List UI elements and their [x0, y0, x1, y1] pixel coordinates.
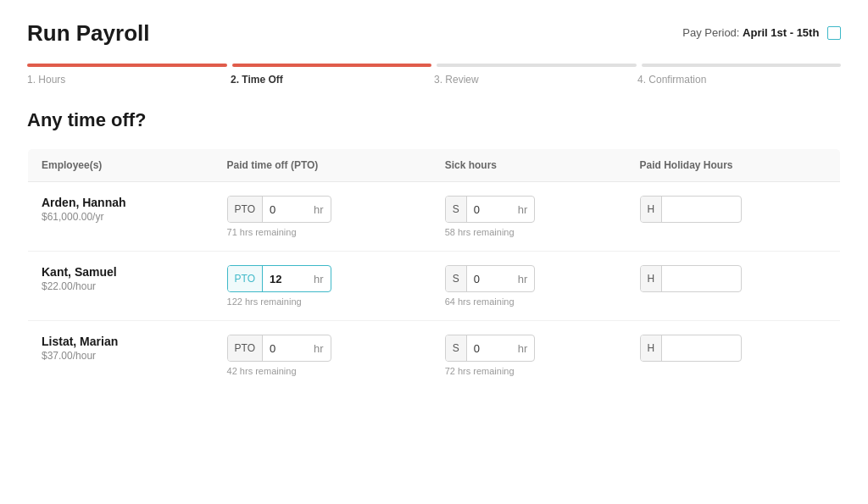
pto-input[interactable]: [263, 335, 314, 361]
pto-field[interactable]: PTO hr: [227, 265, 331, 292]
pto-cell: PTO hr 71 hrs remaining: [214, 182, 431, 252]
holiday-cell: H: [626, 182, 841, 252]
progress-bars: [27, 64, 841, 67]
sick-cell: S hr 72 hrs remaining: [431, 321, 626, 390]
sick-prefix: S: [446, 197, 467, 222]
holiday-prefix: H: [641, 266, 663, 291]
employee-salary: $22.00/hour: [42, 280, 200, 292]
employee-salary: $37.00/hour: [42, 350, 200, 362]
employee-cell: Listat, Marian $37.00/hour: [28, 321, 214, 390]
pay-period-label: Pay Period:: [682, 26, 739, 39]
pto-unit: hr: [314, 273, 331, 285]
holiday-field[interactable]: H: [640, 335, 742, 362]
progress-step-3: [437, 64, 637, 67]
employee-cell: Arden, Hannah $61,000.00/yr: [28, 182, 214, 252]
holiday-input[interactable]: [662, 335, 721, 361]
pto-cell: PTO hr 122 hrs remaining: [214, 252, 431, 321]
col-holiday: Paid Holiday Hours: [626, 149, 841, 182]
section-title: Any time off?: [27, 109, 841, 131]
employee-cell: Kant, Samuel $22.00/hour: [28, 252, 214, 321]
sick-input[interactable]: [467, 266, 518, 291]
sick-unit: hr: [518, 342, 535, 355]
sick-remaining: 72 hrs remaining: [445, 366, 515, 376]
pto-cell: PTO hr 42 hrs remaining: [214, 321, 431, 390]
steps-container: 1. Hours 2. Time Off 3. Review 4. Confir…: [27, 64, 841, 86]
pto-input-group: PTO hr 71 hrs remaining: [227, 196, 418, 237]
step-label-3: 3. Review: [434, 74, 637, 86]
calendar-icon[interactable]: [827, 26, 841, 40]
pto-input[interactable]: [263, 197, 314, 222]
col-employee: Employee(s): [28, 149, 214, 182]
sick-remaining: 58 hrs remaining: [445, 227, 515, 237]
sick-remaining: 64 hrs remaining: [445, 296, 515, 307]
holiday-cell: H: [626, 321, 841, 390]
sick-unit: hr: [518, 203, 535, 216]
pto-input[interactable]: [263, 266, 314, 291]
sick-cell: S hr 58 hrs remaining: [431, 182, 626, 252]
progress-step-2: [232, 64, 432, 67]
table-row: Kant, Samuel $22.00/hour PTO hr 122 hrs …: [28, 252, 841, 321]
holiday-input[interactable]: [662, 197, 721, 222]
employee-salary: $61,000.00/yr: [42, 211, 200, 223]
pto-unit: hr: [314, 203, 331, 216]
pto-field[interactable]: PTO hr: [227, 196, 331, 223]
step-label-4: 4. Confirmation: [637, 74, 841, 86]
holiday-prefix: H: [641, 197, 663, 222]
page-header: Run Payroll Pay Period: April 1st - 15th: [27, 20, 841, 47]
pto-prefix: PTO: [228, 266, 263, 291]
holiday-cell: H: [626, 252, 841, 321]
step-labels: 1. Hours 2. Time Off 3. Review 4. Confir…: [27, 74, 841, 86]
sick-prefix: S: [446, 266, 467, 291]
sick-field[interactable]: S hr: [445, 196, 536, 223]
pay-period-value: April 1st - 15th: [743, 26, 819, 39]
sick-unit: hr: [518, 273, 535, 285]
pto-input-group: PTO hr 42 hrs remaining: [227, 335, 418, 376]
col-sick: Sick hours: [431, 149, 626, 182]
sick-input-group: S hr 72 hrs remaining: [445, 335, 613, 376]
table-header-row: Employee(s) Paid time off (PTO) Sick hou…: [28, 149, 841, 182]
employee-name: Listat, Marian: [42, 335, 200, 348]
pto-remaining: 71 hrs remaining: [227, 227, 297, 237]
holiday-input[interactable]: [662, 266, 721, 291]
col-pto: Paid time off (PTO): [214, 149, 431, 182]
sick-field[interactable]: S hr: [445, 265, 536, 292]
holiday-field[interactable]: H: [640, 196, 742, 223]
sick-input[interactable]: [467, 197, 518, 222]
page-title: Run Payroll: [27, 20, 149, 47]
table-row: Arden, Hannah $61,000.00/yr PTO hr 71 hr…: [28, 182, 841, 252]
pay-period: Pay Period: April 1st - 15th: [682, 26, 841, 41]
sick-field[interactable]: S hr: [445, 335, 536, 362]
sick-input-group: S hr 58 hrs remaining: [445, 196, 613, 237]
holiday-prefix: H: [641, 335, 663, 361]
pto-remaining: 122 hrs remaining: [227, 296, 302, 307]
sick-prefix: S: [446, 335, 467, 361]
sick-input[interactable]: [467, 335, 518, 361]
progress-step-1: [27, 64, 227, 67]
employee-name: Kant, Samuel: [42, 265, 200, 279]
step-label-2: 2. Time Off: [231, 74, 434, 86]
pto-field[interactable]: PTO hr: [227, 335, 331, 362]
time-off-table: Employee(s) Paid time off (PTO) Sick hou…: [27, 148, 841, 390]
pto-input-group: PTO hr 122 hrs remaining: [227, 265, 418, 307]
sick-input-group: S hr 64 hrs remaining: [445, 265, 613, 307]
employee-name: Arden, Hannah: [42, 196, 200, 209]
step-label-1: 1. Hours: [27, 74, 231, 86]
table-row: Listat, Marian $37.00/hour PTO hr 42 hrs…: [28, 321, 841, 390]
pto-remaining: 42 hrs remaining: [227, 366, 297, 376]
pto-prefix: PTO: [228, 335, 263, 361]
sick-cell: S hr 64 hrs remaining: [431, 252, 626, 321]
pto-prefix: PTO: [228, 197, 263, 222]
holiday-field[interactable]: H: [640, 265, 742, 292]
pto-unit: hr: [314, 342, 331, 355]
progress-step-4: [642, 64, 842, 67]
